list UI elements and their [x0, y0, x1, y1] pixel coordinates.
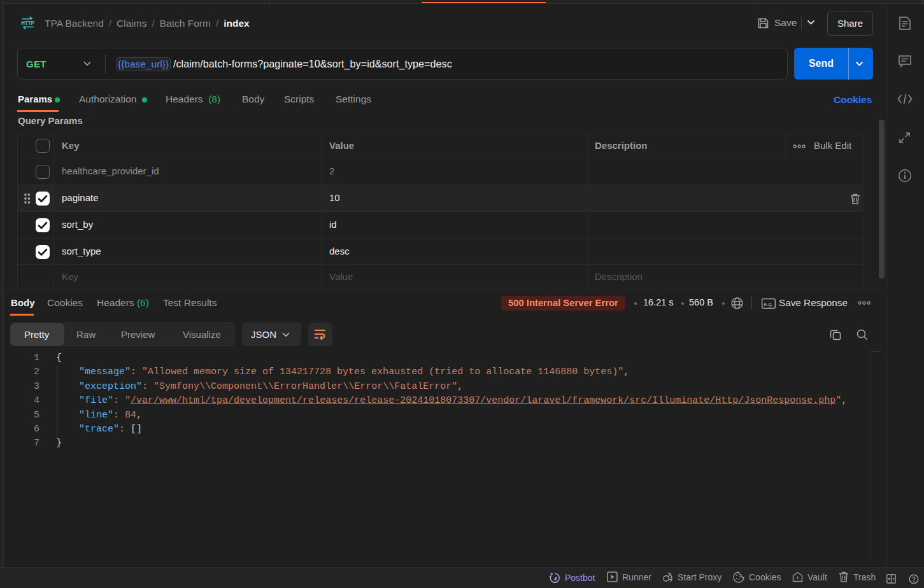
svg-text:HTTP: HTTP — [21, 20, 34, 26]
svg-text:e.g.: e.g. — [764, 301, 773, 307]
